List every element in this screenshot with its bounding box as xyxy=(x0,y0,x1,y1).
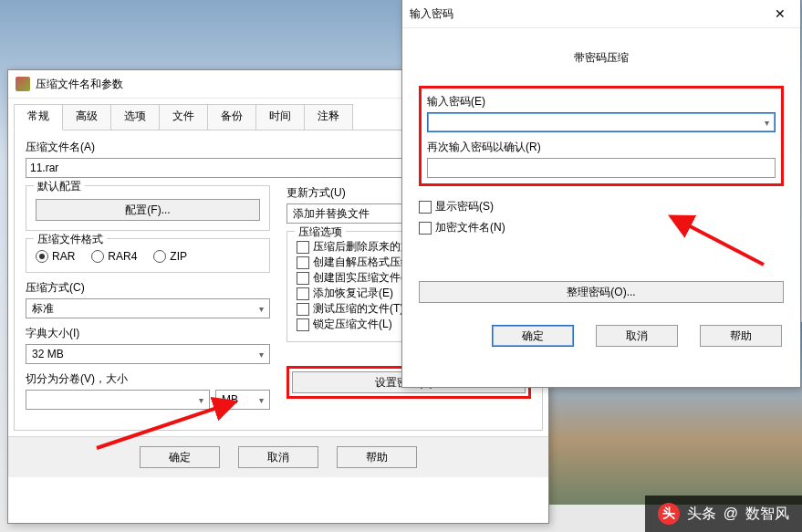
dialog-footer: 确定 取消 帮助 xyxy=(402,316,800,360)
show-password-checkbox[interactable]: 显示密码(S) xyxy=(419,199,784,214)
tab-files[interactable]: 文件 xyxy=(159,104,208,130)
password-subtitle: 带密码压缩 xyxy=(419,50,784,66)
split-volumes-label: 切分为分卷(V)，大小 xyxy=(26,371,270,387)
format-radio-rar4[interactable]: RAR4 xyxy=(91,250,137,263)
tab-general[interactable]: 常规 xyxy=(14,104,63,130)
toutiao-logo-icon: 头 xyxy=(658,503,680,525)
format-radio-rar-label: RAR xyxy=(52,250,75,263)
tab-backup[interactable]: 备份 xyxy=(207,104,256,130)
profiles-button[interactable]: 配置(F)... xyxy=(36,199,260,221)
organize-passwords-button[interactable]: 整理密码(O)... xyxy=(419,281,784,303)
watermark-at: @ xyxy=(724,506,738,522)
cancel-button[interactable]: 取消 xyxy=(238,446,318,468)
format-radio-zip[interactable]: ZIP xyxy=(153,250,187,263)
ok-button[interactable]: 确定 xyxy=(140,446,220,468)
winrar-icon xyxy=(16,77,30,91)
chevron-down-icon: ▾ xyxy=(257,304,266,314)
dictionary-size-label: 字典大小(I) xyxy=(26,326,270,341)
split-size-select[interactable]: ▾ xyxy=(26,390,210,410)
dialog-footer: 确定 取消 帮助 xyxy=(8,436,548,477)
confirm-password-input[interactable] xyxy=(427,158,776,178)
chevron-down-icon: ▾ xyxy=(257,349,266,360)
archiving-options-legend: 压缩选项 xyxy=(295,224,346,240)
format-radio-rar4-label: RAR4 xyxy=(108,250,137,263)
chevron-down-icon: ▾ xyxy=(257,395,266,405)
cancel-button[interactable]: 取消 xyxy=(596,325,678,347)
tab-options[interactable]: 选项 xyxy=(110,104,160,130)
help-button[interactable]: 帮助 xyxy=(337,446,417,468)
format-group: 压缩文件格式 RAR RAR4 ZIP xyxy=(26,238,270,273)
dictionary-size-select[interactable]: 32 MB▾ xyxy=(26,344,270,364)
compression-method-label: 压缩方式(C) xyxy=(26,280,270,296)
confirm-password-label: 再次输入密码以确认(R) xyxy=(427,140,776,155)
tab-comment[interactable]: 注释 xyxy=(304,104,353,130)
enter-password-input[interactable]: ▾ xyxy=(427,112,776,132)
ok-button[interactable]: 确定 xyxy=(492,325,574,347)
enter-password-label: 输入密码(E) xyxy=(427,94,776,110)
help-button[interactable]: 帮助 xyxy=(700,325,782,347)
default-profile-group: 默认配置 配置(F)... xyxy=(26,185,270,231)
format-radio-rar[interactable]: RAR xyxy=(36,250,75,263)
watermark-source: 头条 xyxy=(687,505,716,524)
tab-advanced[interactable]: 高级 xyxy=(62,104,111,130)
compression-method-select[interactable]: 标准▾ xyxy=(26,298,270,318)
watermark-author: 数智风 xyxy=(745,505,789,524)
encrypt-filenames-checkbox[interactable]: 加密文件名(N) xyxy=(419,220,784,235)
watermark: 头 头条 @ 数智风 xyxy=(645,495,802,532)
chevron-down-icon: ▾ xyxy=(197,395,205,405)
highlight-password-fields: 输入密码(E) ▾ 再次输入密码以确认(R) xyxy=(419,86,784,186)
tab-time[interactable]: 时间 xyxy=(255,104,305,130)
window-title: 输入密码 xyxy=(410,6,767,22)
format-legend: 压缩文件格式 xyxy=(34,232,107,247)
close-icon[interactable]: ✕ xyxy=(767,6,793,21)
format-radio-zip-label: ZIP xyxy=(170,250,187,263)
password-dialog: 输入密码 ✕ 带密码压缩 输入密码(E) ▾ 再次输入密码以确认(R) 显示密码… xyxy=(401,0,801,388)
default-profile-legend: 默认配置 xyxy=(34,179,85,194)
split-unit-select[interactable]: MB▾ xyxy=(215,390,270,410)
titlebar[interactable]: 输入密码 ✕ xyxy=(402,0,800,28)
chevron-down-icon: ▾ xyxy=(763,118,771,128)
